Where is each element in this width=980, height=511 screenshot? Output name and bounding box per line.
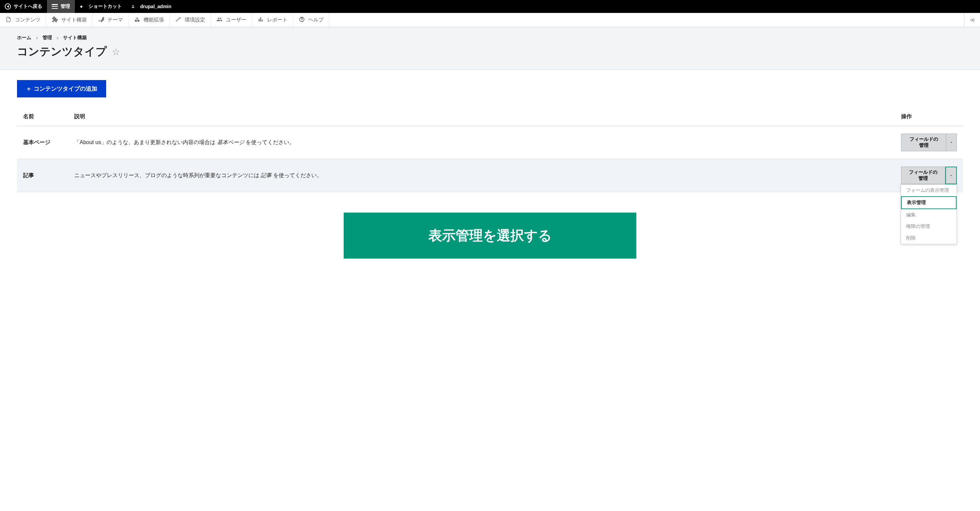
table-row: 記事 ニュースやプレスリリース、ブログのような時系列が重要なコンテンツには 記事… [17, 159, 963, 192]
chevron-down-icon [950, 141, 953, 144]
page-title: コンテンツタイプ [17, 44, 107, 59]
operations-dropdown: フィールドの管理 [901, 134, 957, 151]
dropdown-item-permissions[interactable]: 権限の管理 [901, 221, 956, 232]
manage-link[interactable]: 管理 [47, 0, 75, 13]
toolbar-content-label: コンテンツ [15, 17, 40, 23]
chevron-up-icon [949, 173, 953, 177]
toolbar-config-label: 環境設定 [185, 17, 205, 23]
table-row: 基本ページ 「About us」のような、あまり更新されない内容の場合は 基本ペ… [17, 126, 963, 159]
desc-suffix: を使ってください。 [244, 139, 295, 145]
toolbar-reports-label: レポート [267, 17, 288, 23]
add-content-type-button[interactable]: ＋ コンテンツタイプの追加 [17, 80, 106, 97]
toolbar-help[interactable]: ヘルプ [293, 13, 329, 27]
breadcrumb-manage[interactable]: 管理 [43, 35, 52, 41]
toolbar-content[interactable]: コンテンツ [0, 13, 46, 27]
help-icon [299, 16, 305, 24]
star-icon [80, 3, 86, 10]
breadcrumb: ホーム › 管理 › サイト構築 [17, 35, 963, 41]
toolbar-extend-label: 機能拡張 [143, 17, 164, 23]
toolbar-structure[interactable]: サイト構築 [46, 13, 92, 27]
collapse-icon [969, 17, 975, 23]
breadcrumb-sep: › [36, 35, 38, 40]
operations-dropdown-menu: フォームの表示管理 表示管理 編集 権限の管理 削除 [901, 184, 957, 244]
row-operations: フィールドの管理 フォームの表示管理 表示管理 編集 権限の管理 削除 [895, 159, 963, 192]
callout-banner: 表示管理を選択する [344, 212, 636, 259]
users-icon [216, 16, 223, 24]
back-icon [5, 3, 11, 10]
file-icon [5, 16, 11, 24]
wrench-icon [98, 16, 104, 24]
plus-icon: ＋ [26, 85, 32, 93]
page-header-region: ホーム › 管理 › サイト構築 コンテンツタイプ ☆ [0, 27, 980, 70]
toolbar-structure-label: サイト構築 [61, 17, 87, 23]
chart-icon [258, 16, 264, 24]
row-operations: フィールドの管理 [895, 126, 963, 159]
toolbar-extend[interactable]: 機能拡張 [129, 13, 170, 27]
desc-suffix: を使ってください。 [272, 172, 322, 178]
operations-dropdown: フィールドの管理 フォームの表示管理 表示管理 編集 権限の管理 削除 [901, 166, 957, 184]
toolbar-config[interactable]: 環境設定 [170, 13, 211, 27]
toolbar-appearance[interactable]: テーマ [92, 13, 129, 27]
plugin-icon [134, 16, 140, 24]
spanner-icon [175, 16, 181, 24]
th-name: 名前 [17, 108, 68, 126]
row-description: ニュースやプレスリリース、ブログのような時系列が重要なコンテンツには 記事 を使… [68, 159, 895, 192]
dropdown-toggle-button[interactable] [946, 134, 957, 151]
th-description: 説明 [68, 108, 895, 126]
desc-prefix: ニュースやプレスリリース、ブログのような時系列が重要なコンテンツには [74, 172, 261, 178]
puzzle-icon [52, 16, 58, 24]
toolbar-collapse-button[interactable] [964, 13, 980, 27]
page-title-row: コンテンツタイプ ☆ [17, 44, 963, 59]
user-menu[interactable]: drupal_admin [127, 0, 176, 13]
row-description: 「About us」のような、あまり更新されない内容の場合は 基本ページ を使っ… [68, 126, 895, 159]
breadcrumb-sep: › [57, 35, 59, 40]
desc-prefix: 「About us」のような、あまり更新されない内容の場合は [74, 139, 217, 145]
toolbar-appearance-label: テーマ [108, 17, 123, 23]
manage-label: 管理 [60, 3, 70, 10]
desc-italic: 基本ページ [217, 139, 244, 145]
user-icon [131, 3, 137, 10]
manage-fields-button[interactable]: フィールドの管理 [901, 166, 945, 184]
dropdown-item-display[interactable]: 表示管理 [901, 196, 956, 209]
row-name: 基本ページ [17, 126, 68, 159]
dropdown-toggle-button[interactable] [945, 166, 957, 184]
top-admin-bar: サイトへ戻る 管理 ショートカット drupal_admin [0, 0, 980, 13]
back-to-site-label: サイトへ戻る [14, 3, 42, 10]
toolbar-people-label: ユーザー [226, 17, 247, 23]
row-name: 記事 [17, 159, 68, 192]
hamburger-icon [52, 4, 58, 9]
admin-toolbar: コンテンツ サイト構築 テーマ 機能拡張 環境設定 ユーザー レポート [0, 13, 980, 27]
breadcrumb-home[interactable]: ホーム [17, 35, 31, 41]
content-types-table-wrap: 名前 説明 操作 基本ページ 「About us」のような、あまり更新されない内… [17, 108, 963, 192]
desc-italic: 記事 [261, 172, 272, 178]
content-region: ＋ コンテンツタイプの追加 名前 説明 操作 基本ページ 「About us」の… [0, 70, 980, 269]
favorite-star-icon[interactable]: ☆ [111, 46, 120, 57]
dropdown-item-delete[interactable]: 削除 [901, 232, 956, 244]
toolbar-people[interactable]: ユーザー [211, 13, 252, 27]
dropdown-item-edit[interactable]: 編集 [901, 209, 956, 221]
toolbar-help-label: ヘルプ [308, 17, 324, 23]
back-to-site-link[interactable]: サイトへ戻る [0, 0, 47, 13]
add-button-label: コンテンツタイプの追加 [34, 85, 97, 93]
breadcrumb-structure[interactable]: サイト構築 [63, 35, 87, 41]
shortcuts-label: ショートカット [89, 3, 122, 10]
toolbar-reports[interactable]: レポート [252, 13, 293, 27]
content-types-table: 名前 説明 操作 基本ページ 「About us」のような、あまり更新されない内… [17, 108, 963, 192]
manage-fields-button[interactable]: フィールドの管理 [901, 134, 946, 151]
username-label: drupal_admin [140, 4, 172, 9]
shortcuts-link[interactable]: ショートカット [75, 0, 127, 13]
th-operations: 操作 [895, 108, 963, 126]
dropdown-item-form-display[interactable]: フォームの表示管理 [901, 185, 956, 196]
